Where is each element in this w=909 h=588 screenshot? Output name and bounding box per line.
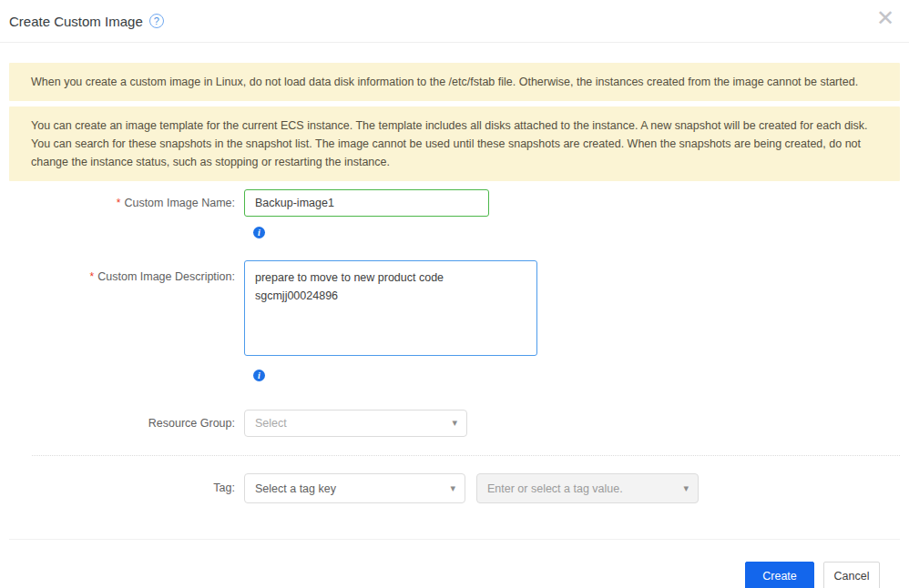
custom-image-name-row: *Custom Image Name: (9, 189, 900, 217)
dashed-divider (32, 455, 900, 456)
tag-key-select[interactable]: Select a tag key ▾ (244, 473, 465, 503)
custom-image-name-input[interactable] (244, 189, 489, 217)
custom-image-description-label: *Custom Image Description: (9, 260, 235, 360)
custom-image-description-textarea[interactable]: prepare to move to new product code sgcm… (244, 260, 537, 356)
chevron-down-icon: ▾ (452, 417, 457, 429)
resource-group-control: Select ▾ (244, 410, 467, 437)
description-info-hint: i (253, 366, 900, 382)
create-image-form: *Custom Image Name: i *Custom Image Desc… (9, 189, 900, 503)
tag-key-placeholder: Select a tag key (255, 482, 336, 495)
tag-value-select[interactable]: Enter or select a tag value. ▾ (476, 473, 699, 503)
close-icon[interactable]: ✕ (876, 7, 894, 29)
dialog-header: Create Custom Image ? (0, 0, 909, 43)
dialog-footer: Create Cancel (9, 540, 900, 588)
dialog-title: Create Custom Image (9, 14, 143, 29)
notice-fstab-warning: When you create a custom image in Linux,… (9, 63, 900, 101)
custom-image-description-row: *Custom Image Description: prepare to mo… (9, 260, 900, 360)
info-icon[interactable]: i (253, 370, 265, 381)
custom-image-name-label-text: Custom Image Name: (124, 197, 235, 209)
name-info-hint: i (253, 223, 900, 239)
cancel-button[interactable]: Cancel (823, 562, 880, 588)
custom-image-description-control: prepare to move to new product code sgcm… (244, 260, 537, 360)
tag-controls: Select a tag key ▾ Enter or select a tag… (244, 473, 699, 503)
chevron-down-icon: ▾ (683, 482, 689, 493)
resource-group-row: Resource Group: Select ▾ (9, 410, 900, 437)
tag-row: Tag: Select a tag key ▾ Enter or select … (9, 473, 900, 503)
custom-image-description-label-text: Custom Image Description: (97, 270, 235, 283)
resource-group-label: Resource Group: (9, 410, 235, 437)
custom-image-name-control (244, 189, 489, 217)
required-asterisk: * (90, 270, 95, 283)
required-asterisk: * (117, 197, 121, 209)
info-icon[interactable]: i (253, 227, 265, 238)
tag-value-placeholder: Enter or select a tag value. (487, 482, 623, 495)
chevron-down-icon: ▾ (450, 482, 455, 493)
resource-group-select[interactable]: Select ▾ (244, 410, 467, 437)
resource-group-placeholder: Select (255, 417, 287, 430)
create-button[interactable]: Create (745, 562, 814, 588)
dialog-body: When you create a custom image in Linux,… (0, 63, 909, 588)
tag-label: Tag: (9, 473, 235, 503)
help-icon[interactable]: ? (149, 14, 164, 28)
create-custom-image-dialog: Create Custom Image ? ✕ When you create … (0, 0, 909, 588)
custom-image-name-label: *Custom Image Name: (9, 189, 235, 217)
notice-image-template-info: You can create an image template for the… (9, 106, 900, 181)
